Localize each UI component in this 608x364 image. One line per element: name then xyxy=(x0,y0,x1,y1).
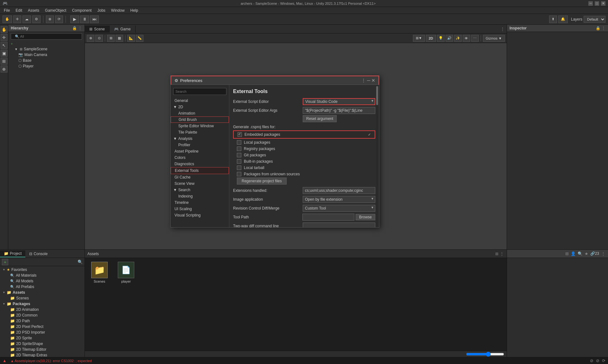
step-button[interactable]: ⏭ xyxy=(90,16,99,23)
pc-search-btn[interactable]: 🔍 xyxy=(78,260,83,264)
scene-2d-btn[interactable]: 2D xyxy=(426,35,436,42)
menu-assets[interactable]: Assets xyxy=(25,8,42,13)
collab-button[interactable]: ⬆ xyxy=(549,16,557,23)
menu-jobs[interactable]: Jobs xyxy=(95,8,108,13)
prefs-close-btn[interactable]: ✕ xyxy=(371,78,375,83)
prefs-nav-timeline[interactable]: Timeline xyxy=(171,199,229,206)
tool-move[interactable]: ✛ xyxy=(13,16,21,23)
tab-scene[interactable]: ⊞ Scene xyxy=(85,26,110,33)
minimize-button[interactable]: ─ xyxy=(588,1,593,6)
asset-item-player[interactable]: 📄 player xyxy=(115,262,137,283)
prefs-search-input[interactable] xyxy=(173,88,226,95)
assets-menu-btn[interactable]: ⋮ xyxy=(500,251,504,256)
assets-zoom-slider[interactable] xyxy=(466,352,504,357)
extensions-input[interactable] xyxy=(303,187,375,194)
hierarchy-item-player[interactable]: ⬡ Player xyxy=(8,63,85,69)
inspector-search-btn[interactable]: 🔍 xyxy=(578,251,583,256)
assets-maximize-btn[interactable]: ⊞ xyxy=(495,252,498,256)
tree-all-materials[interactable]: 🔍 All Materials xyxy=(0,273,85,278)
tab-game[interactable]: 🎮 Game xyxy=(110,26,136,33)
browse-btn[interactable]: Browse xyxy=(356,214,375,220)
tree-all-models[interactable]: 🔍 All Models xyxy=(0,278,85,284)
tool-settings[interactable]: ⚙ xyxy=(32,16,41,23)
hierarchy-menu-icon[interactable]: ⋮ xyxy=(78,26,82,30)
hierarchy-item-base[interactable]: ⬡ Base xyxy=(8,58,85,63)
tree-2d-pixel[interactable]: 📁 2D Pixel Perfect xyxy=(0,324,85,329)
tool-arrow-btn[interactable]: ↖ xyxy=(1,42,8,49)
prefs-nav-general[interactable]: General xyxy=(171,97,229,104)
prefs-nav-gridbrush[interactable]: Grid Brush xyxy=(171,116,229,123)
scene-grid-btn[interactable]: ⊞ xyxy=(107,35,115,42)
hierarchy-item-samplescene[interactable]: ▼ ⊞ SampleScene xyxy=(8,46,85,52)
prefs-nav-2d[interactable]: ▼2D xyxy=(171,104,229,110)
reset-argument-btn[interactable]: Reset argument xyxy=(303,115,337,122)
tree-2d-common[interactable]: 📁 2D Common xyxy=(0,312,85,318)
tree-2d-psd[interactable]: 📁 2D PSD Importer xyxy=(0,329,85,335)
asset-item-scenes[interactable]: 📁 Scenes xyxy=(89,262,110,283)
scene-audio-btn[interactable]: 🔊 xyxy=(446,35,453,42)
scene-gizmos-btn[interactable]: Gizmos ▼ xyxy=(483,35,505,42)
prefs-nav-profiler[interactable]: Profiler xyxy=(171,142,229,148)
menu-edit[interactable]: Edit xyxy=(13,8,25,13)
scene-fx-btn[interactable]: ✨ xyxy=(454,35,462,42)
tree-packages[interactable]: ▼ 📁 Packages xyxy=(0,301,85,307)
tree-all-prefabs[interactable]: 🔍 All Prefabs xyxy=(0,284,85,290)
tool-transform[interactable]: ⟳ xyxy=(55,16,63,23)
tree-2d-path[interactable]: 📁 2D Path xyxy=(0,318,85,324)
two-way-input[interactable] xyxy=(303,223,375,227)
prefs-nav-gicache[interactable]: GI Cache xyxy=(171,174,229,180)
status-warning-btn[interactable]: ⊘ xyxy=(596,358,599,363)
scene-light-btn[interactable]: 💡 xyxy=(437,35,445,42)
tab-console[interactable]: ⊟ Console xyxy=(25,251,51,257)
prefs-nav-colors[interactable]: Colors xyxy=(171,154,229,161)
tool-path-input[interactable] xyxy=(302,214,354,221)
scene-grid2-btn[interactable]: ▦ xyxy=(116,35,123,42)
regen-btn[interactable]: Regenerate project files xyxy=(237,178,287,185)
prefs-nav-spriteeditor[interactable]: Sprite Editor Window xyxy=(171,123,229,129)
prefs-nav-analysis[interactable]: ▼Analysis xyxy=(171,135,229,142)
tree-2d-spriteshape[interactable]: 📁 2D SpriteShape xyxy=(0,341,85,347)
scene-more-btn[interactable]: ⋯ xyxy=(471,35,479,42)
prefs-nav-visualscripting[interactable]: Visual Scripting xyxy=(171,212,229,218)
tool-custom-btn[interactable]: ⊕ xyxy=(1,66,8,72)
prefs-nav-tilepalette[interactable]: Tile Palette xyxy=(171,129,229,135)
maximize-button[interactable]: □ xyxy=(595,1,599,6)
scene-snap-btn[interactable]: 📐 xyxy=(127,35,135,42)
scene-pivot2-btn[interactable]: ⊙ xyxy=(95,35,103,42)
status-no-errors-btn[interactable]: ⊘ xyxy=(590,358,593,363)
prefs-nav-sceneview[interactable]: Scene View xyxy=(171,180,229,187)
inspector-lock-icon[interactable]: 🔒 xyxy=(596,26,600,30)
prefs-minimize-btn[interactable]: ─ xyxy=(367,78,370,83)
layers-dropdown[interactable]: Default xyxy=(584,16,605,23)
tab-project[interactable]: 📁 Project xyxy=(0,250,25,257)
menu-help[interactable]: Help xyxy=(128,8,141,13)
hierarchy-lock-icon[interactable]: 🔒 xyxy=(72,26,77,30)
tree-2d-tilemapextras[interactable]: 📁 2D Tilemap Extras xyxy=(0,352,85,357)
tree-scenes[interactable]: 📁 Scenes xyxy=(0,295,85,301)
scene-hidden-btn[interactable]: 👁 xyxy=(463,35,470,42)
tree-2d-anim[interactable]: 📁 2D Animation xyxy=(0,307,85,312)
menu-gameobject[interactable]: GameObject xyxy=(42,8,69,13)
tree-assets[interactable]: ▼ 📁 Assets xyxy=(0,290,85,295)
inspector-expand-btn[interactable]: ⊞ xyxy=(565,251,569,256)
script-args-input[interactable] xyxy=(303,107,375,114)
prefs-nav-uiscaling[interactable]: UI Scaling xyxy=(171,206,229,212)
prefs-nav-externaltools[interactable]: External Tools xyxy=(171,167,229,174)
prefs-menu-btn[interactable]: ⋮ xyxy=(361,78,366,83)
tool-cloud[interactable]: ☁ xyxy=(22,16,31,23)
prefs-nav-search[interactable]: ▼Search xyxy=(171,187,229,193)
script-editor-dropdown[interactable]: Visual Studio Code xyxy=(303,98,375,105)
tree-2d-sprite[interactable]: 📁 2D Sprite xyxy=(0,335,85,341)
prefs-nav-animation[interactable]: Animation xyxy=(171,110,229,116)
embedded-checkbox[interactable]: ✓ xyxy=(238,132,242,137)
menu-component[interactable]: Component xyxy=(69,8,94,13)
menu-window[interactable]: Window xyxy=(109,8,127,13)
prefs-nav-diagnostics[interactable]: Diagnostics xyxy=(171,161,229,167)
pause-button[interactable]: ⏸ xyxy=(80,16,89,23)
tool-pivot[interactable]: ⊕ xyxy=(46,16,54,23)
menu-file[interactable]: File xyxy=(1,8,12,13)
inspector-menu-icon[interactable]: ⋮ xyxy=(602,26,605,30)
cloud-build[interactable]: 🔔 xyxy=(558,16,568,23)
scene-snap2-btn[interactable]: 📏 xyxy=(136,35,143,42)
inspector-menu-btn-2[interactable]: ⋮ xyxy=(601,251,605,256)
